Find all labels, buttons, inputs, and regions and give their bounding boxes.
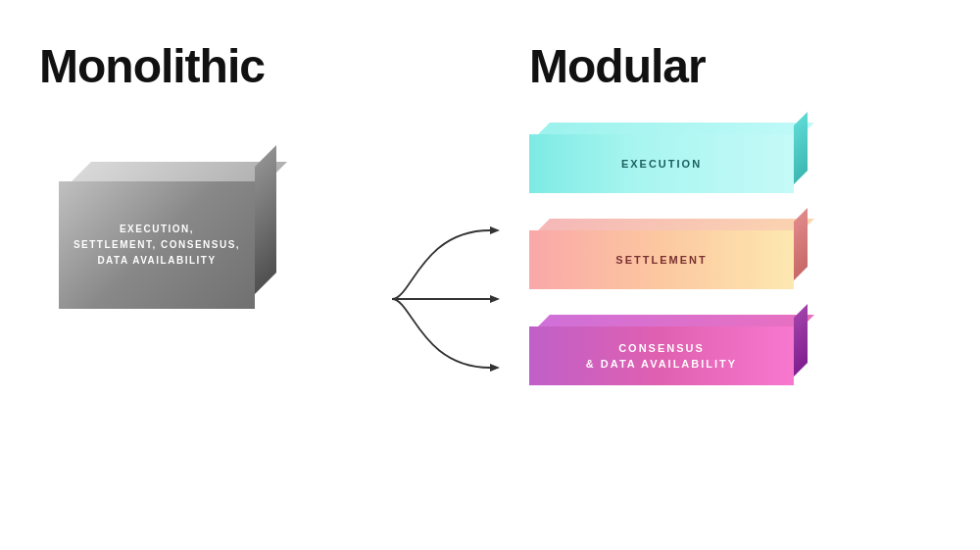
settlement-box-front: SETTLEMENT <box>529 230 794 289</box>
execution-label: EXECUTION <box>621 156 702 173</box>
svg-marker-1 <box>490 295 500 303</box>
modular-title: Modular <box>529 39 706 93</box>
mono-box-text: EXECUTION,SETTLEMENT, CONSENSUS,DATA AVA… <box>64 212 250 278</box>
svg-marker-0 <box>490 226 500 234</box>
consensus-box-front: CONSENSUS& DATA AVAILABILITY <box>529 326 794 385</box>
monolithic-title: Monolithic <box>39 39 265 93</box>
execution-box-front: EXECUTION <box>529 134 794 193</box>
arrows-section <box>372 191 529 407</box>
execution-box-wrapper: EXECUTION <box>529 123 813 201</box>
svg-marker-2 <box>490 364 500 372</box>
monolithic-box-container: EXECUTION,SETTLEMENT, CONSENSUS,DATA AVA… <box>59 162 294 319</box>
consensus-label: CONSENSUS& DATA AVAILABILITY <box>586 340 737 373</box>
main-container: Monolithic EXECUTION,SETTLEMENT, CONSENS… <box>0 0 980 550</box>
modular-boxes: EXECUTION SETTLEMENT CONSENSUS& DATA AVA… <box>529 123 813 393</box>
settlement-label: SETTLEMENT <box>615 252 707 269</box>
mono-box-right-face <box>255 145 276 294</box>
arrows-svg <box>382 191 519 407</box>
settlement-box-wrapper: SETTLEMENT <box>529 219 813 297</box>
monolithic-3d-box: EXECUTION,SETTLEMENT, CONSENSUS,DATA AVA… <box>59 162 274 289</box>
consensus-box-wrapper: CONSENSUS& DATA AVAILABILITY <box>529 315 813 393</box>
consensus-box-right <box>794 304 808 376</box>
right-section: Modular EXECUTION SETTLEMENT <box>529 39 941 393</box>
execution-box-right <box>794 112 808 184</box>
left-section: Monolithic EXECUTION,SETTLEMENT, CONSENS… <box>39 39 372 319</box>
mono-box-front-face: EXECUTION,SETTLEMENT, CONSENSUS,DATA AVA… <box>59 181 255 309</box>
settlement-box-right <box>794 208 808 280</box>
